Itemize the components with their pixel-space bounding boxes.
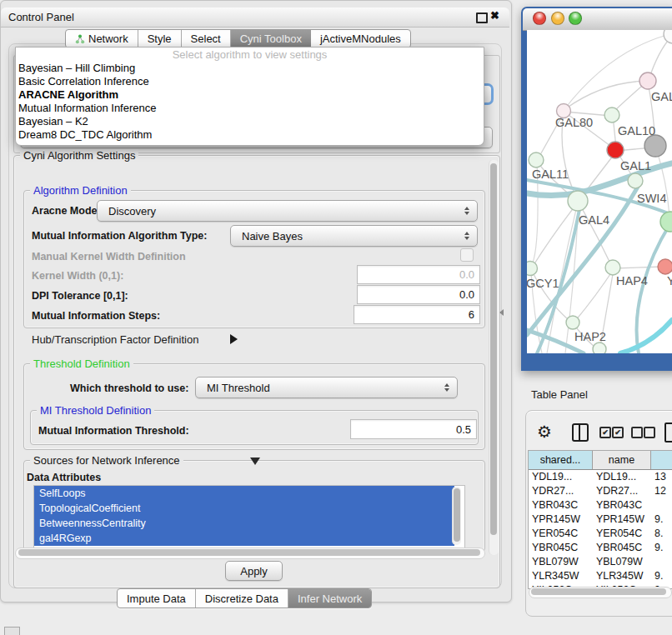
- settings-vertical-scrollbar-thumb[interactable]: [490, 163, 497, 535]
- algorithm-option[interactable]: Basic Correlation Inference: [16, 75, 484, 88]
- node-gcy1[interactable]: [527, 262, 538, 276]
- table-cell: YLR345W: [593, 569, 651, 583]
- node-label: GAL4: [579, 213, 609, 227]
- float-window-icon[interactable]: [476, 12, 488, 23]
- unchecked-checkbox-icon-2[interactable]: [644, 427, 655, 438]
- tab-network[interactable]: Network: [66, 30, 138, 48]
- dpi-tolerance-field[interactable]: 0.0: [357, 285, 480, 304]
- table-cell: YBR045C: [593, 541, 651, 555]
- column-header[interactable]: shared...: [529, 451, 593, 469]
- table-horizontal-scrollbar-thumb[interactable]: [531, 588, 666, 595]
- settings-vertical-scrollbar[interactable]: [489, 160, 499, 555]
- table-cell: YBR043C: [593, 498, 651, 512]
- algorithm-dropdown-popup: Select algorithm to view settings Bayesi…: [15, 47, 484, 146]
- minimized-panel-icon[interactable]: [4, 627, 20, 635]
- table-horizontal-scrollbar[interactable]: [529, 587, 672, 598]
- checked-checkbox-icon-1[interactable]: ✔: [599, 427, 611, 438]
- aracne-mode-combobox[interactable]: Discovery: [97, 200, 478, 222]
- attributes-list-scrollbar[interactable]: [452, 487, 461, 545]
- mi-steps-field[interactable]: 6: [354, 305, 480, 324]
- node-salmon[interactable]: [658, 259, 672, 274]
- node-hap2[interactable]: [566, 316, 579, 329]
- table-cell: YBR043C: [529, 498, 593, 512]
- table-row[interactable]: YDL19...YDL19...13: [529, 470, 672, 484]
- table-row[interactable]: YBL079WYBL079W: [529, 555, 672, 569]
- node-label: GCY1: [527, 277, 559, 290]
- split-pane-collapse-arrow[interactable]: [499, 309, 504, 316]
- tab-label: Select: [191, 30, 221, 48]
- node-biggreen[interactable]: [660, 212, 672, 232]
- manual-kernel-width-checkbox[interactable]: [460, 248, 474, 262]
- tab-select[interactable]: Select: [182, 30, 231, 48]
- tab-jactivemnodules[interactable]: jActiveMNodules: [311, 30, 410, 48]
- data-attribute-item[interactable]: SelfLoops: [34, 486, 454, 501]
- tab-discretize-data[interactable]: Discretize Data: [196, 589, 288, 608]
- algorithm-option[interactable]: Bayesian – Hill Climbing: [16, 62, 484, 75]
- node-gal10[interactable]: [604, 108, 619, 122]
- window-minimize-traffic-light[interactable]: [551, 12, 564, 25]
- node-top[interactable]: [664, 30, 672, 43]
- node-label: GAL1: [620, 159, 651, 172]
- node-gal11[interactable]: [529, 152, 544, 168]
- cyni-mode-tabs: Impute DataDiscretize DataInfer Network: [117, 588, 372, 608]
- hub-definition-expander[interactable]: Hub/Transcription Factor Definition: [32, 333, 198, 346]
- mi-steps-value: 6: [469, 308, 474, 321]
- cyni-settings-group-title: Cyni Algorithm Settings: [20, 149, 138, 162]
- split-columns-icon[interactable]: [572, 423, 589, 442]
- table-row[interactable]: YBR043CYBR043C: [529, 498, 672, 512]
- table-row[interactable]: YER054CYER054C8.: [529, 527, 672, 541]
- kernel-width-field[interactable]: 0.0: [357, 265, 480, 284]
- tab-cyni-toolbox[interactable]: Cyni Toolbox: [231, 30, 311, 48]
- table-cell: YLR345W: [529, 569, 593, 583]
- attributes-list-scrollbar-thumb[interactable]: [454, 488, 460, 542]
- which-threshold-combobox[interactable]: MI Threshold: [195, 377, 458, 398]
- mi-algorithm-type-combobox[interactable]: Naive Bayes: [230, 225, 478, 247]
- data-attributes-list[interactable]: SelfLoopsTopologicalCoefficientBetweenne…: [33, 485, 465, 548]
- mi-threshold-field[interactable]: 0.5: [350, 419, 477, 439]
- tab-infer-network[interactable]: Infer Network: [288, 589, 371, 608]
- mi-algorithm-type-label: Mutual Information Algorithm Type:: [32, 230, 207, 242]
- column-header[interactable]: [651, 451, 672, 469]
- unchecked-checkbox-icon-1[interactable]: [631, 427, 643, 438]
- document-icon[interactable]: [664, 422, 672, 442]
- expander-right-arrow-icon[interactable]: [230, 334, 238, 344]
- node-gray[interactable]: [644, 135, 666, 157]
- close-icon[interactable]: ✖: [490, 9, 499, 22]
- gear-icon[interactable]: ⚙: [537, 422, 552, 442]
- table-row[interactable]: YBR045CYBR045C9.: [529, 541, 672, 555]
- algorithm-option[interactable]: Bayesian – K2: [16, 115, 484, 128]
- window-zoom-traffic-light[interactable]: [569, 12, 582, 25]
- sources-group-title[interactable]: Sources for Network Inference: [30, 454, 183, 467]
- table-cell: 9.: [651, 541, 672, 555]
- node-bottom[interactable]: [593, 342, 606, 353]
- window-close-traffic-light[interactable]: [533, 12, 546, 25]
- tab-label: Infer Network: [298, 590, 362, 608]
- node-gal1[interactable]: [607, 142, 624, 158]
- algorithm-option[interactable]: ARACNE Algorithm: [16, 88, 484, 102]
- checked-checkbox-icon-2[interactable]: ✔: [612, 427, 624, 438]
- table-cell: 9.: [651, 569, 672, 583]
- data-attribute-item[interactable]: BetweennessCentrality: [34, 516, 454, 531]
- node-hap4[interactable]: [605, 260, 620, 275]
- table-row[interactable]: YDR27...YDR27...12: [529, 484, 672, 498]
- expander-down-arrow-icon[interactable]: [250, 458, 260, 465]
- node-swi4[interactable]: [628, 173, 643, 188]
- algorithm-option[interactable]: Dream8 DC_TDC Algorithm: [16, 128, 484, 142]
- table-cell: YPR145W: [529, 512, 593, 527]
- settings-horizontal-scrollbar[interactable]: [15, 548, 485, 559]
- node-pink[interactable]: [639, 72, 656, 89]
- tab-impute-data[interactable]: Impute Data: [118, 589, 196, 608]
- settings-horizontal-scrollbar-thumb[interactable]: [18, 549, 480, 556]
- tab-label: Cyni Toolbox: [240, 30, 302, 48]
- apply-button[interactable]: Apply: [225, 561, 283, 581]
- column-header[interactable]: name: [593, 451, 651, 469]
- network-canvas[interactable]: GALGAL80GAL10GAL1GAL11SWI4GAL4GCY1HAP4YH…: [527, 30, 672, 353]
- algorithm-option[interactable]: Mutual Information Inference: [16, 102, 484, 115]
- data-attribute-item[interactable]: gal4RGexp: [34, 531, 454, 546]
- node-gal4[interactable]: [568, 191, 588, 211]
- data-attribute-item[interactable]: TopologicalCoefficient: [34, 501, 454, 516]
- control-panel-titlebar: [1, 8, 509, 28]
- tab-style[interactable]: Style: [138, 30, 182, 48]
- table-row[interactable]: YLR345WYLR345W9.: [529, 569, 672, 583]
- table-row[interactable]: YPR145WYPR145W9.: [529, 512, 672, 527]
